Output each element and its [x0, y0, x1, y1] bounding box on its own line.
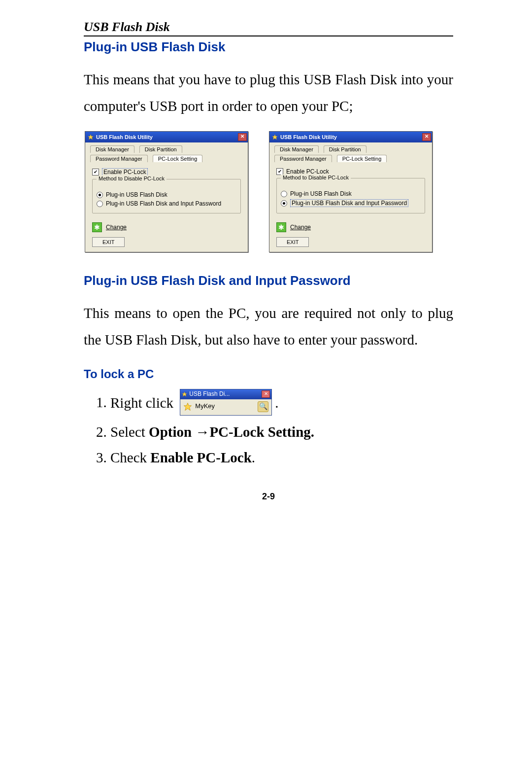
titlebar: USB Flash Disk Utility ✕: [269, 132, 432, 142]
tray-title: USB Flash Di...: [189, 389, 262, 399]
star-icon: [182, 391, 188, 397]
checkbox-icon[interactable]: ✔: [276, 168, 283, 175]
radio-label: Plug-in USB Flash Disk and Input Passwor…: [290, 199, 408, 207]
section-heading-plugin: Plug-in USB Flash Disk: [84, 39, 453, 55]
tab-disk-manager[interactable]: Disk Manager: [90, 145, 134, 153]
step2-target: PC-Lock Setting.: [209, 424, 314, 440]
step-1: Right click USB Flash Di... ✕ MyKey 🔍 .: [110, 391, 453, 418]
tab-disk-partition[interactable]: Disk Partition: [139, 145, 182, 153]
arrow-icon: →: [195, 424, 209, 440]
close-icon[interactable]: ✕: [262, 390, 270, 398]
svg-marker-1: [272, 135, 277, 140]
mykey-star-icon: [183, 402, 192, 411]
step-2: Select Option →PC-Lock Setting.: [110, 421, 453, 443]
utility-window-a: USB Flash Disk Utility ✕ Disk Manager Di…: [85, 131, 248, 252]
tab-password-manager[interactable]: Password Manager: [274, 155, 332, 162]
disable-method-group: Method to Disable PC-Lock Plug-in USB Fl…: [92, 179, 241, 213]
enable-pclock-row[interactable]: ✔ Enable PC-Lock: [276, 168, 425, 175]
star-icon: [87, 134, 94, 140]
window-title: USB Flash Disk Utility: [96, 134, 238, 140]
steps-list: Right click USB Flash Di... ✕ MyKey 🔍 .: [84, 391, 453, 469]
dialogs-row: USB Flash Disk Utility ✕ Disk Manager Di…: [84, 131, 453, 252]
radio-label: Plug-in USB Flash Disk: [290, 190, 352, 197]
enable-pclock-row[interactable]: ✔ Enable PC-Lock: [92, 168, 241, 176]
radio-plugin-disk-password[interactable]: Plug-in USB Flash Disk and Input Passwor…: [281, 199, 421, 207]
svg-marker-3: [184, 403, 192, 410]
change-row: ✱ Change: [92, 222, 241, 232]
tab-pclock-setting[interactable]: PC-Lock Setting: [337, 155, 387, 162]
change-row: ✱ Change: [276, 222, 425, 232]
magnifier-icon[interactable]: 🔍: [258, 401, 268, 412]
change-link[interactable]: Change: [290, 224, 311, 231]
star-icon: [271, 134, 278, 140]
radio-icon[interactable]: [281, 191, 287, 197]
utility-window-b: USB Flash Disk Utility ✕ Disk Manager Di…: [269, 131, 432, 252]
step3-c: .: [252, 450, 255, 465]
close-icon[interactable]: ✕: [238, 133, 247, 141]
step-3: Check Enable PC-Lock.: [110, 446, 453, 469]
enable-pclock-label: Enable PC-Lock: [286, 168, 329, 175]
checkbox-icon[interactable]: ✔: [92, 169, 99, 175]
page-number: 2-9: [84, 491, 453, 502]
tabs-row: Disk Manager Disk Partition Password Man…: [269, 142, 432, 164]
group-legend: Method to Disable PC-Lock: [281, 175, 351, 180]
section1-body: This means that you have to plug this US…: [84, 67, 453, 119]
window-title: USB Flash Disk Utility: [280, 134, 422, 140]
section2-body: This means to open the PC, you are requi…: [84, 300, 453, 353]
change-link[interactable]: Change: [106, 224, 127, 231]
step3-a: Check: [110, 450, 150, 465]
svg-marker-2: [182, 391, 187, 396]
tab-disk-partition[interactable]: Disk Partition: [324, 145, 366, 153]
section-heading-plugin-password: Plug-in USB Flash Disk and Input Passwor…: [84, 273, 453, 288]
tabs-row: Disk Manager Disk Partition Password Man…: [85, 142, 248, 164]
close-icon[interactable]: ✕: [422, 133, 431, 141]
section-heading-lock-pc: To lock a PC: [84, 367, 453, 381]
group-legend: Method to Disable PC-Lock: [97, 175, 166, 181]
step3-b: Enable PC-Lock: [150, 450, 251, 465]
step2-a: Select: [110, 424, 149, 440]
tray-popup-window: USB Flash Di... ✕ MyKey 🔍: [180, 389, 272, 416]
tab-disk-manager[interactable]: Disk Manager: [274, 145, 319, 153]
tab-pclock-setting[interactable]: PC-Lock Setting: [153, 155, 202, 162]
exit-button[interactable]: EXIT: [92, 237, 125, 247]
step2-option: Option: [149, 424, 195, 440]
step1-pre: Right click: [110, 394, 173, 410]
radio-icon[interactable]: [97, 192, 103, 198]
enable-pclock-label: Enable PC-Lock: [102, 168, 148, 176]
tray-item-label[interactable]: MyKey: [195, 401, 215, 412]
disable-method-group: Method to Disable PC-Lock Plug-in USB Fl…: [276, 178, 425, 213]
radio-label: Plug-in USB Flash Disk: [106, 191, 167, 198]
tray-titlebar: USB Flash Di... ✕: [180, 389, 271, 399]
radio-icon[interactable]: [281, 200, 287, 207]
radio-icon[interactable]: [97, 201, 103, 207]
exit-button[interactable]: EXIT: [276, 237, 309, 247]
radio-plugin-disk[interactable]: Plug-in USB Flash Disk: [281, 190, 421, 197]
step1-post: .: [275, 394, 278, 410]
radio-plugin-disk[interactable]: Plug-in USB Flash Disk: [97, 191, 236, 198]
snowflake-icon: ✱: [92, 222, 102, 232]
radio-label: Plug-in USB Flash Disk and Input Passwor…: [106, 200, 221, 207]
document-title: USB Flash Disk: [84, 20, 453, 36]
radio-plugin-disk-password[interactable]: Plug-in USB Flash Disk and Input Passwor…: [97, 200, 236, 207]
titlebar: USB Flash Disk Utility ✕: [85, 132, 248, 142]
svg-marker-0: [88, 135, 93, 140]
snowflake-icon: ✱: [276, 222, 286, 232]
tab-password-manager[interactable]: Password Manager: [90, 155, 148, 162]
